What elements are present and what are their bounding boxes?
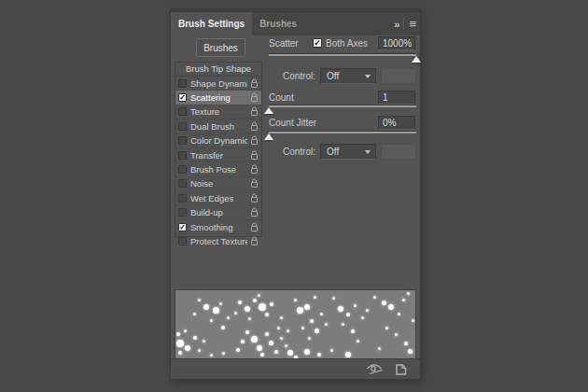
list-item-wet-edges[interactable]: Wet Edges: [175, 191, 261, 205]
brush-dot: [274, 350, 278, 354]
brush-dot: [221, 326, 225, 329]
lock-icon[interactable]: [250, 178, 259, 189]
brush-dot: [373, 296, 376, 299]
list-item-label[interactable]: Dual Brush: [190, 121, 247, 132]
brush-dot: [301, 327, 304, 329]
brush-dot: [198, 349, 201, 352]
brush-dot: [357, 340, 359, 343]
control-dropdown-1[interactable]: Off: [320, 68, 376, 84]
list-item-checkbox[interactable]: [178, 151, 187, 160]
list-item-checkbox[interactable]: [178, 208, 187, 217]
list-item-checkbox[interactable]: [178, 122, 187, 131]
collapse-panel-icon[interactable]: »: [394, 19, 399, 30]
brush-dot: [176, 340, 184, 347]
list-item-label[interactable]: Smoothing: [190, 222, 247, 232]
tabbar-divider: [403, 19, 404, 30]
brush-settings-panel: Brush Settings Brushes » ≡ Brushes Brush…: [171, 9, 420, 379]
scatter-slider-track[interactable]: [269, 54, 416, 56]
brush-dot: [265, 313, 269, 316]
brush-dot: [265, 332, 269, 336]
brushes-button[interactable]: Brushes: [196, 38, 245, 57]
lock-icon[interactable]: [250, 121, 259, 132]
list-item-checkbox[interactable]: [178, 107, 187, 116]
list-item-protect-texture[interactable]: Protect Texture: [175, 234, 261, 247]
lock-icon[interactable]: [250, 236, 259, 246]
list-item-label[interactable]: Noise: [190, 178, 247, 189]
list-item-label[interactable]: Scattering: [190, 92, 247, 103]
lock-icon[interactable]: [250, 222, 259, 232]
list-item-texture[interactable]: Texture: [175, 105, 261, 119]
brush-dot: [245, 330, 249, 334]
brush-dot: [361, 316, 364, 319]
lock-icon[interactable]: [250, 150, 259, 161]
list-item-build-up[interactable]: Build-up: [175, 206, 261, 220]
lock-icon[interactable]: [250, 92, 259, 103]
list-item-checkbox[interactable]: ✓: [178, 223, 187, 231]
brush-dot: [184, 329, 187, 332]
list-item-shape-dynamics[interactable]: Shape Dynamics: [175, 77, 261, 91]
lock-icon[interactable]: [250, 207, 259, 217]
list-item-color-dynamics[interactable]: Color Dynamics: [175, 134, 261, 148]
count-jitter-value-field[interactable]: 0%: [378, 116, 415, 130]
list-item-checkbox[interactable]: [178, 237, 187, 245]
list-item-label[interactable]: Transfer: [190, 150, 247, 161]
count-slider[interactable]: [269, 104, 416, 115]
brush-dot: [269, 341, 273, 345]
lock-icon[interactable]: [250, 193, 259, 203]
list-item-label[interactable]: Brush Pose: [190, 164, 247, 175]
tab-brush-settings[interactable]: Brush Settings: [171, 12, 252, 35]
lock-icon[interactable]: [250, 78, 259, 89]
lock-icon[interactable]: [250, 106, 259, 117]
list-item-label[interactable]: Shape Dynamics: [190, 78, 247, 89]
list-item-label[interactable]: Color Dynamics: [190, 135, 247, 146]
list-item-smoothing[interactable]: ✓Smoothing: [175, 220, 261, 234]
brush-dot: [388, 304, 394, 310]
count-jitter-slider-track[interactable]: [269, 132, 416, 133]
both-axes-checkbox[interactable]: ✓: [313, 38, 322, 48]
brush-dot: [210, 354, 213, 357]
brush-dot: [259, 303, 266, 311]
list-item-scattering[interactable]: ✓Scattering: [175, 91, 261, 105]
list-item-label[interactable]: Protect Texture: [190, 236, 247, 246]
brush-tip-shape-item[interactable]: Brush Tip Shape: [175, 63, 261, 77]
control-dropdown-2[interactable]: Off: [320, 144, 376, 160]
list-item-transfer[interactable]: Transfer: [175, 148, 261, 162]
brush-dot: [332, 297, 335, 300]
scatter-slider-thumb[interactable]: [412, 56, 421, 63]
list-item-label[interactable]: Texture: [190, 106, 247, 117]
brush-dot: [308, 337, 311, 340]
list-item-checkbox[interactable]: ✓: [178, 93, 187, 102]
list-item-brush-pose[interactable]: Brush Pose: [175, 162, 261, 176]
create-new-brush-icon[interactable]: [395, 363, 407, 376]
list-item-label[interactable]: Build-up: [190, 207, 247, 217]
lock-icon[interactable]: [250, 135, 259, 146]
control-dropdown-1-value: Off: [327, 71, 339, 81]
panel-menu-icon[interactable]: ≡: [409, 18, 416, 30]
list-item-checkbox[interactable]: [178, 165, 187, 174]
brush-dot: [227, 316, 230, 319]
list-item-checkbox[interactable]: [178, 136, 187, 145]
brush-dot: [257, 345, 262, 351]
tab-brushes[interactable]: Brushes: [252, 12, 304, 35]
brush-dot: [314, 296, 316, 299]
count-slider-track[interactable]: [269, 105, 416, 107]
scatter-slider[interactable]: [269, 52, 416, 63]
brush-dot: [317, 353, 321, 357]
live-brush-tip-preview-icon[interactable]: [366, 363, 384, 375]
brush-dot: [258, 294, 260, 297]
lock-icon[interactable]: [250, 164, 259, 175]
brush-settings-list: Brush Tip Shape Shape Dynamics✓Scatterin…: [175, 62, 262, 237]
brush-dot: [351, 329, 355, 333]
count-value-field[interactable]: 1: [378, 91, 415, 105]
brush-dot: [260, 353, 264, 357]
list-item-noise[interactable]: Noise: [175, 177, 261, 191]
list-item-checkbox[interactable]: [178, 79, 187, 88]
count-slider-thumb[interactable]: [264, 107, 273, 114]
count-jitter-slider[interactable]: [269, 130, 416, 141]
list-item-label[interactable]: Wet Edges: [190, 193, 247, 203]
list-item-dual-brush[interactable]: Dual Brush: [175, 119, 261, 133]
list-item-checkbox[interactable]: [178, 179, 187, 188]
count-jitter-slider-thumb[interactable]: [264, 133, 273, 140]
list-item-checkbox[interactable]: [178, 194, 187, 203]
scatter-value-field[interactable]: 1000%: [378, 36, 415, 50]
